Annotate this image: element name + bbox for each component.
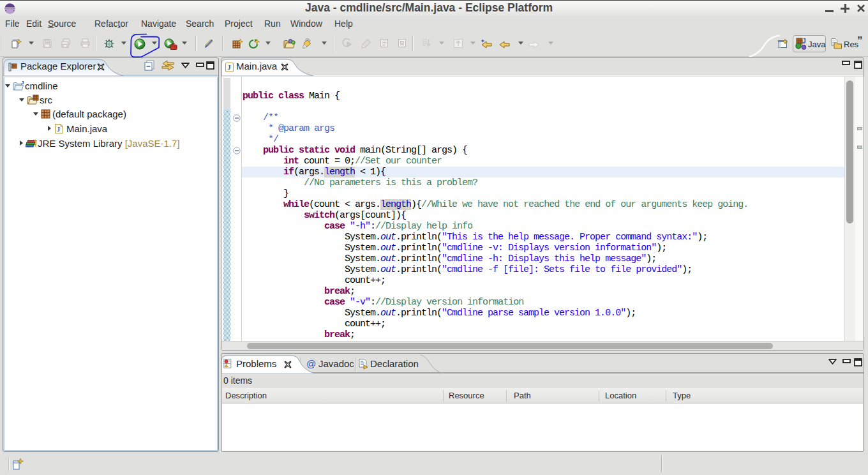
svg-text:J: J: [57, 126, 60, 133]
svg-text:J: J: [21, 80, 24, 86]
svg-text:J: J: [228, 64, 231, 71]
svg-text:J: J: [802, 38, 806, 45]
